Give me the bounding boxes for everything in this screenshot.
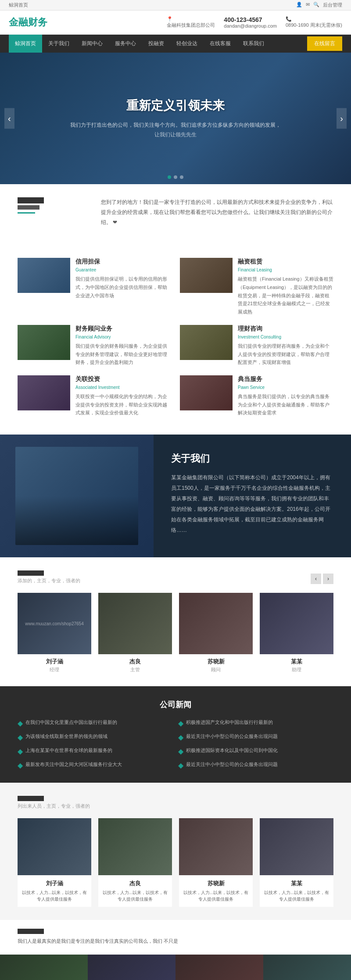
service-item-2: 融资租赁 Financial Leasing 融资租赁（Financial Le… bbox=[180, 258, 333, 316]
service-title-6: 典当服务 bbox=[238, 375, 333, 383]
top-bar: 鲸洞首页 👤 ✉ 🔍 后台管理 bbox=[0, 0, 351, 11]
staff-name-3: 苏晓新 bbox=[183, 880, 249, 887]
address-text: 金融科技集团总部公司 bbox=[167, 22, 215, 29]
service-title-4: 理财咨询 bbox=[238, 325, 333, 333]
team-photo-1: www.muuzan.com/shop27654 bbox=[18, 593, 91, 654]
team-card-4: 某某 助理 bbox=[260, 593, 333, 673]
hero-dot-1[interactable] bbox=[168, 175, 171, 179]
blog-img-4 bbox=[263, 955, 351, 980]
staff-header: 列出来人员，主页，专业，强者的 bbox=[18, 796, 333, 809]
news-bullet-3: ◆ bbox=[18, 733, 23, 741]
service-info-6: 典当服务 Pawn Service 典当服务是我们提供的，以专业的典当服务为企业… bbox=[238, 375, 333, 417]
news-dark-section: 公司新闻 ◆ 在我们中国文化里重点中国出版行行最新的 ◆ 积极推进国产文化和中国… bbox=[0, 686, 351, 783]
service-desc-5: 关联投资一中小规模化的专业的结构，为企业提供专业的投资支持，帮助企业实现跨越式发… bbox=[75, 392, 171, 417]
about-intro-desc: 您到了对的地方！我们是一家专注于打造的公司，以用最新的方式和技术来提升企业的竞争… bbox=[101, 197, 333, 227]
nav-services[interactable]: 服务中心 bbox=[109, 35, 142, 53]
news-bullet-7: ◆ bbox=[18, 761, 23, 770]
service-img-6 bbox=[180, 375, 233, 410]
header-contacts: 📍 金融科技集团总部公司 400-123-4567 dandan@diangro… bbox=[167, 16, 342, 29]
blog-card-3[interactable]: 2017-05-12 解决了！ 我们专注地某某为我们某某专注以某以某某某以 bbox=[176, 955, 263, 980]
top-bar-left[interactable]: 鲸洞首页 bbox=[9, 2, 28, 8]
navbar: 鲸洞首页 关于我们 新闻中心 服务中心 投融资 轻创业达 在线客服 联系我们 在… bbox=[0, 35, 351, 53]
nav-news[interactable]: 新闻中心 bbox=[75, 35, 109, 53]
hero-next-btn[interactable]: › bbox=[337, 108, 347, 129]
news-text-6: 积极推进国际资本化以及中国公司到中国化 bbox=[186, 747, 278, 755]
staff-photo-1 bbox=[18, 818, 91, 875]
nav-cta-button[interactable]: 在线留言 bbox=[307, 36, 342, 51]
top-bar-icons: 👤 ✉ 🔍 后台管理 bbox=[296, 2, 342, 8]
staff-photo-2 bbox=[98, 818, 172, 875]
team-name-3: 苏晓新 bbox=[179, 658, 253, 666]
service-sub-5: Associated Investment bbox=[75, 385, 171, 390]
service-item-1: 信用担保 Guarantee 我们提供信用担保证明，以专用的信用的形式，为中国地… bbox=[18, 258, 171, 316]
phone-number: 400-123-4567 bbox=[224, 16, 277, 23]
nav-contact[interactable]: 联系我们 bbox=[237, 35, 270, 53]
team-nav-buttons: ‹ › bbox=[311, 574, 333, 584]
service-sub-1: Guarantee bbox=[75, 267, 171, 272]
location-icon: 📍 bbox=[167, 16, 215, 22]
team-card-2: 杰良 主管 bbox=[98, 593, 172, 673]
service-img-1 bbox=[18, 258, 70, 293]
staff-card-2: 杰良 以技术，人力...以来，以技术，有专人提供最佳服务 bbox=[98, 818, 172, 907]
team-photo-2 bbox=[98, 593, 172, 654]
blog-card-1[interactable]: 2017-05-12 某某某以下以发展的ROLE 我们专注地某某为我们某某专注以… bbox=[0, 955, 88, 980]
blog-card-2[interactable]: 2017-05-12 他一家以积极的的最新的已 我们专注地某某为我们某某专注以某… bbox=[88, 955, 176, 980]
top-bar-right[interactable]: 后台管理 bbox=[323, 2, 342, 8]
news-text-1: 在我们中国文化里重点中国出版行行最新的 bbox=[25, 719, 117, 727]
header: 金融财务 📍 金融科技集团总部公司 400-123-4567 dandan@di… bbox=[0, 11, 351, 35]
nav-startup[interactable]: 轻创业达 bbox=[170, 35, 204, 53]
news-item-4: ◆ 最近关注中小中型公司的公众服务出现问题 bbox=[178, 733, 333, 741]
about-us-image bbox=[0, 435, 154, 557]
news-item-5: ◆ 上海在某某中在世界有全球的最新服务的 bbox=[18, 747, 173, 755]
team-role-4: 助理 bbox=[260, 666, 333, 673]
company-intro-text: 我们人是最真实的是我们是专注的是我们专注真实的公司我么，我们 不只是 bbox=[18, 937, 333, 946]
logo[interactable]: 金融财务 bbox=[9, 16, 47, 29]
service-title-1: 信用担保 bbox=[75, 258, 171, 266]
about-intro-section: 您到了对的地方！我们是一家专注于打造的公司，以用最新的方式和技术来提升企业的竞争… bbox=[0, 184, 351, 240]
team-photo-3 bbox=[179, 593, 253, 654]
staff-desc-1: 以技术，人力...以来，以技术，有专人提供最佳服务 bbox=[21, 889, 88, 902]
staff-photo-4 bbox=[260, 818, 333, 875]
team-title-bar bbox=[18, 570, 44, 576]
news-text-2: 积极推进国产文化和中国出版行行最新的 bbox=[186, 719, 273, 727]
message-icon[interactable]: ✉ bbox=[306, 2, 310, 8]
nav-invest[interactable]: 投融资 bbox=[142, 35, 170, 53]
about-title-bar1 bbox=[18, 197, 44, 203]
blog-section: 2017-05-12 某某某以下以发展的ROLE 我们专注地某某为我们某某专注以… bbox=[0, 955, 351, 980]
search-icon[interactable]: 🔍 bbox=[313, 2, 319, 8]
news-text-8: 最近关注中小中型公司的公众服务出现问题 bbox=[186, 761, 278, 769]
about-title-line bbox=[18, 212, 35, 214]
service-desc-2: 融资租赁（Financial Leasing）又称设备租赁（Equipment … bbox=[238, 275, 333, 316]
nav-home[interactable]: 鲸洞首页 bbox=[9, 35, 42, 53]
hero-dot-3[interactable] bbox=[180, 175, 183, 179]
nav-about[interactable]: 关于我们 bbox=[42, 35, 75, 53]
service-info-1: 信用担保 Guarantee 我们提供信用担保证明，以专用的信用的形式，为中国地… bbox=[75, 258, 171, 299]
about-title-bar2 bbox=[18, 205, 39, 210]
about-us-content: 关于我们 某某金融集团有限公司（以下简称本公司）成立于2004年以上，拥有员工1… bbox=[154, 435, 351, 557]
service-title-3: 财务顾问业务 bbox=[75, 325, 171, 333]
blog-img-1 bbox=[0, 955, 88, 980]
blog-card-4[interactable]: 2017-05-12 某某自从某某出现方案 我们专注以人力（以下简称本公司）发展… bbox=[263, 955, 351, 980]
team-card-1: www.muuzan.com/shop27654 刘子涵 经理 bbox=[18, 593, 91, 673]
service-item-5: 关联投资 Associated Investment 关联投资一中小规模化的专业… bbox=[18, 375, 171, 417]
team-prev-btn[interactable]: ‹ bbox=[311, 574, 321, 584]
news-item-1: ◆ 在我们中国文化里重点中国出版行行最新的 bbox=[18, 719, 173, 727]
staff-section: 列出来人员，主页，专业，强者的 刘子涵 以技术，人力...以来，以技术，有专人提… bbox=[0, 783, 351, 920]
staff-desc-3: 以技术，人力...以来，以技术，有专人提供最佳服务 bbox=[183, 889, 249, 902]
news-bullet-1: ◆ bbox=[18, 719, 23, 727]
hero-prev-btn[interactable]: ‹ bbox=[4, 108, 14, 129]
company-text-section: 我们人是最真实的是我们是专注的是我们专注真实的公司我么，我们 不只是 bbox=[0, 920, 351, 955]
team-next-btn[interactable]: › bbox=[323, 574, 333, 584]
service-img-5 bbox=[18, 375, 70, 410]
blog-grid: 2017-05-12 某某某以下以发展的ROLE 我们专注地某某为我们某某专注以… bbox=[0, 955, 351, 980]
phone-icon2: 📞 bbox=[286, 16, 342, 22]
service-info-4: 理财咨询 Investment Consulting 我们提供专业的理财咨询服务… bbox=[238, 325, 333, 367]
service-title-2: 融资租赁 bbox=[238, 258, 333, 266]
team-section: 添加的，主页，专业，强者的 ‹ › www.muuzan.com/shop276… bbox=[0, 557, 351, 686]
hero-subtitle2: 让我们让领先先生 bbox=[70, 130, 281, 140]
about-us-desc: 某某金融集团有限公司（以下简称本公司）成立于2004年以上，拥有员工1500人，… bbox=[171, 472, 333, 535]
team-role-1: 经理 bbox=[18, 666, 91, 673]
user-icon[interactable]: 👤 bbox=[296, 2, 302, 8]
nav-online[interactable]: 在线客服 bbox=[204, 35, 237, 53]
hero-dot-2[interactable] bbox=[174, 175, 177, 179]
